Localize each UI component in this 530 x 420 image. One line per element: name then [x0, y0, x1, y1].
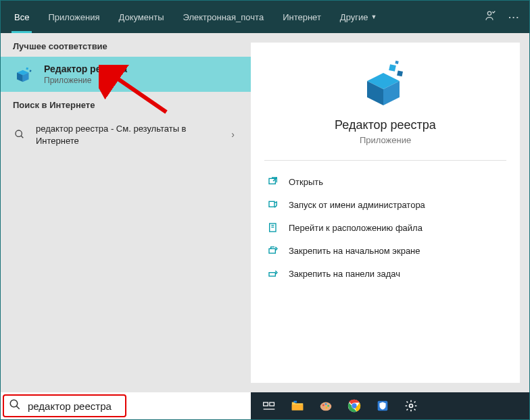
section-web-search: Поиск в Интернете [1, 92, 251, 115]
top-actions: ··· [483, 1, 529, 33]
open-icon [267, 176, 279, 188]
action-run-as-admin[interactable]: Запуск от имени администратора [264, 193, 506, 216]
web-result-title: редактор реестра [36, 124, 108, 134]
tab-all[interactable]: Все [5, 1, 39, 33]
action-label: Открыть [289, 177, 323, 187]
svg-rect-12 [397, 70, 403, 76]
action-label: Запуск от имени администратора [289, 200, 425, 210]
svg-point-30 [325, 403, 327, 405]
registry-editor-icon [13, 63, 34, 85]
settings-icon[interactable] [400, 394, 423, 417]
registry-editor-icon-large [361, 59, 410, 107]
tab-other[interactable]: Другие▼ [331, 1, 387, 33]
action-pin-taskbar[interactable]: Закрепить на панели задач [264, 262, 506, 285]
tab-label: Интернет [283, 12, 321, 22]
action-open[interactable]: Открыть [264, 170, 506, 193]
chrome-icon[interactable] [343, 394, 366, 417]
result-best-match[interactable]: Редактор реестра Приложение [1, 57, 251, 92]
svg-rect-23 [264, 402, 268, 406]
action-label: Закрепить на панели задач [289, 269, 400, 279]
main-area: Лучшее соответствие Редактор реестра При… [1, 33, 529, 392]
feedback-icon[interactable] [483, 9, 496, 25]
chevron-down-icon: ▼ [370, 14, 377, 20]
action-label: Закрепить на начальном экране [289, 246, 420, 256]
result-text: Редактор реестра Приложение [44, 63, 239, 85]
pin-start-icon [267, 244, 279, 257]
paint-icon[interactable] [314, 394, 337, 417]
search-input[interactable] [28, 400, 243, 412]
bottom-bar [1, 392, 529, 419]
file-explorer-icon[interactable] [286, 394, 309, 417]
result-subtitle: Приложение [44, 76, 239, 85]
svg-rect-24 [270, 402, 274, 406]
svg-rect-26 [292, 404, 304, 410]
actions-list: Открыть Запуск от имени администратора П… [264, 161, 506, 285]
action-label: Перейти к расположению файла [289, 223, 423, 233]
svg-rect-15 [269, 201, 274, 207]
svg-rect-5 [29, 70, 31, 72]
tab-email[interactable]: Электронная_почта [173, 1, 273, 33]
result-title: Редактор реестра [44, 63, 239, 74]
action-open-location[interactable]: Перейти к расположению файла [264, 216, 506, 239]
results-column: Лучшее соответствие Редактор реестра При… [1, 33, 251, 392]
preview-title: Редактор реестра [335, 118, 436, 132]
tab-label: Документы [118, 12, 164, 22]
svg-rect-17 [269, 248, 275, 253]
tab-apps[interactable]: Приложения [39, 1, 109, 33]
taskbar [251, 392, 529, 419]
svg-line-22 [16, 406, 20, 409]
admin-shield-icon [267, 199, 279, 211]
tab-label: Электронная_почта [183, 12, 264, 22]
search-icon [9, 398, 21, 413]
result-text: редактор реестра - См. результаты в Инте… [36, 122, 218, 147]
svg-point-37 [410, 404, 413, 408]
section-best-match: Лучшее соответствие [1, 33, 251, 57]
defender-icon[interactable] [371, 394, 394, 417]
preview-column: Редактор реестра Приложение Открыть Запу… [251, 33, 529, 392]
tabs-container: Все Приложения Документы Электронная_поч… [1, 1, 483, 33]
search-icon [13, 128, 26, 141]
svg-point-6 [16, 130, 22, 136]
preview-header: Редактор реестра Приложение [264, 59, 506, 161]
svg-rect-11 [389, 64, 396, 72]
search-tabs-bar: Все Приложения Документы Электронная_поч… [1, 1, 529, 33]
task-view-icon[interactable] [258, 394, 281, 417]
tab-internet[interactable]: Интернет [273, 1, 331, 33]
svg-point-32 [326, 406, 328, 409]
tab-label: Приложения [48, 12, 99, 22]
preview-subtitle: Приложение [360, 135, 411, 145]
tab-label: Другие [340, 12, 368, 22]
search-box[interactable] [1, 392, 251, 419]
svg-point-29 [322, 404, 324, 406]
result-web-search[interactable]: редактор реестра - См. результаты в Инте… [1, 115, 251, 153]
svg-point-0 [487, 11, 491, 15]
more-options-icon[interactable]: ··· [508, 12, 520, 22]
folder-location-icon [267, 221, 279, 234]
chevron-right-icon[interactable]: › [227, 129, 239, 140]
svg-rect-13 [395, 61, 398, 64]
svg-line-7 [21, 136, 23, 138]
svg-rect-4 [26, 68, 28, 70]
tab-documents[interactable]: Документы [109, 1, 173, 33]
svg-point-21 [10, 400, 18, 407]
svg-rect-27 [294, 401, 297, 403]
action-pin-start[interactable]: Закрепить на начальном экране [264, 239, 506, 262]
pin-taskbar-icon [267, 267, 279, 280]
svg-point-31 [327, 405, 329, 407]
preview-card: Редактор реестра Приложение Открыть Запу… [251, 43, 520, 383]
tab-label: Все [14, 12, 29, 22]
svg-rect-18 [269, 273, 275, 276]
